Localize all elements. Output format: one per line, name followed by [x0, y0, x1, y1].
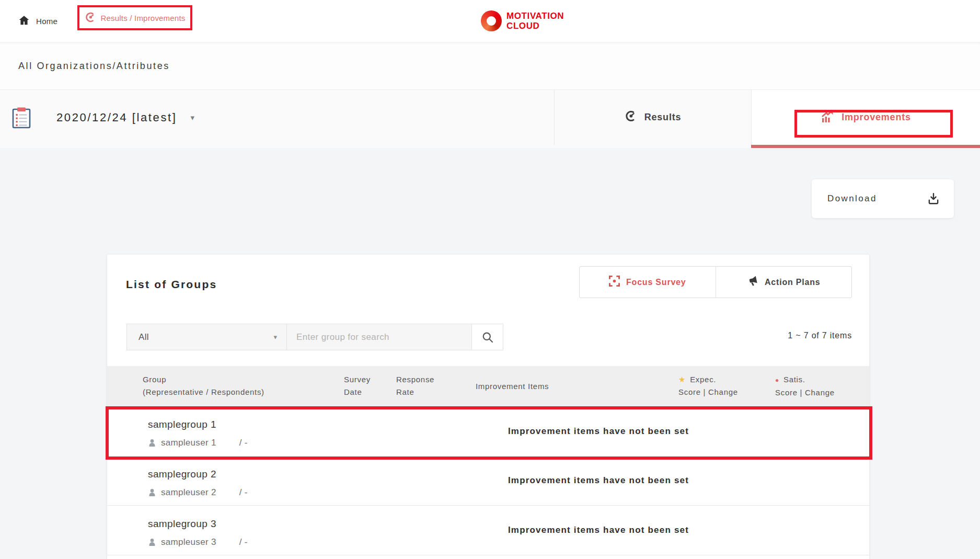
caret-down-icon: ▾ — [273, 333, 277, 341]
table-row-samplegroup-2[interactable]: samplegroup 2 sampleuser 2 / - Improveme… — [107, 456, 869, 506]
tab-results-label: Results — [644, 112, 682, 123]
focus-survey-label: Focus Survey — [626, 278, 686, 287]
items-count: 1 ~ 7 of 7 items — [788, 331, 852, 340]
satis-label: Satis. — [783, 375, 805, 384]
action-plans-label: Action Plans — [765, 278, 821, 287]
results-improvements-nav-button[interactable]: Results / Improvements — [77, 5, 192, 30]
top-navbar: Home Results / Improvements MOTIVATION C… — [0, 0, 980, 42]
results-improvements-label: Results / Improvements — [101, 14, 186, 22]
home-nav-button[interactable]: Home — [18, 0, 57, 42]
table-row-samplegroup-1[interactable]: samplegroup 1 sampleuser 1 / - Improveme… — [107, 406, 869, 456]
page-root: Home Results / Improvements MOTIVATION C… — [0, 0, 980, 559]
respondents-value: / - — [239, 438, 248, 448]
download-button[interactable]: Download — [812, 179, 954, 218]
representative-name: sampleuser 2 — [161, 487, 216, 498]
col-header-improvement-items: Improvement Items — [476, 380, 549, 393]
trend-up-icon — [821, 109, 834, 126]
group-name: samplegroup 2 — [148, 469, 216, 480]
expec-label: Expec. — [690, 375, 716, 384]
representative-name: sampleuser 1 — [161, 438, 216, 448]
logo-line2: CLOUD — [506, 21, 564, 31]
tab-results[interactable]: Results — [554, 90, 751, 145]
panel-title: List of Groups — [126, 278, 217, 291]
logo-mark-icon — [481, 10, 502, 31]
group-subline: sampleuser 1 / - — [148, 438, 248, 448]
response-header-line1: Response — [396, 373, 434, 386]
col-header-survey-date: Survey Date — [344, 373, 371, 398]
survey-tab-bar: 2020/12/24 [latest] ▾ Results — [0, 90, 980, 148]
logo-line1: MOTIVATION — [506, 11, 564, 21]
main-content: Download List of Groups Focus Survey — [0, 148, 980, 559]
col-header-group: Group (Representative / Respondents) — [143, 373, 264, 398]
survey-clipboard-icon — [11, 107, 31, 131]
group-rows: samplegroup 1 sampleuser 1 / - Improveme… — [107, 406, 869, 559]
improvement-items-message: Improvement items have not been set — [400, 506, 797, 555]
action-plans-button[interactable]: Action Plans — [716, 267, 852, 298]
gauge-icon — [85, 12, 96, 25]
improvement-items-message: Improvement items have not been set — [400, 456, 797, 505]
focus-survey-button[interactable]: Focus Survey — [580, 267, 716, 298]
star-icon: ★ — [678, 375, 686, 384]
col-header-response-rate: Response Rate — [396, 373, 434, 398]
download-icon — [927, 192, 940, 206]
representative-name: sampleuser 3 — [161, 537, 216, 547]
survey-header-line1: Survey — [344, 373, 371, 386]
group-name: samplegroup 3 — [148, 518, 216, 530]
motivation-cloud-logo[interactable]: MOTIVATION CLOUD — [481, 0, 564, 42]
group-header-line2: (Representative / Respondents) — [143, 386, 264, 398]
response-header-line2: Rate — [396, 386, 434, 398]
tab-improvements-label: Improvements — [841, 112, 911, 123]
focus-icon — [609, 276, 620, 289]
group-name: samplegroup 1 — [148, 419, 216, 430]
survey-date-value: 2020/12/24 [latest] — [56, 111, 177, 124]
breadcrumb: All Organizations/Attributes — [18, 61, 170, 72]
col-header-satis: ●Satis. Score | Change — [775, 373, 835, 399]
col-header-expec: ★Expec. Score | Change — [678, 373, 738, 398]
table-row-partial[interactable] — [107, 555, 869, 559]
respondents-value: / - — [239, 537, 248, 547]
home-icon — [18, 15, 30, 28]
group-filter-dropdown[interactable]: All ▾ — [126, 324, 287, 350]
group-search-box — [286, 324, 472, 350]
table-row-samplegroup-3[interactable]: samplegroup 3 sampleuser 3 / - Improveme… — [107, 506, 869, 555]
group-header-line1: Group — [143, 373, 264, 386]
breadcrumb-bar: All Organizations/Attributes — [0, 42, 980, 90]
respondents-value: / - — [239, 487, 248, 498]
home-label: Home — [36, 17, 57, 26]
group-subline: sampleuser 3 / - — [148, 537, 248, 547]
megaphone-icon — [747, 276, 758, 289]
search-button[interactable] — [471, 324, 503, 350]
dot-icon: ● — [775, 377, 779, 384]
search-icon — [481, 331, 494, 344]
survey-header-line2: Date — [344, 386, 371, 398]
group-filter-value: All — [139, 332, 273, 343]
download-label: Download — [827, 193, 927, 204]
improvement-items-message: Improvement items have not been set — [400, 406, 797, 456]
gauge-icon — [625, 110, 637, 125]
person-icon — [148, 488, 156, 497]
satis-sub-label: Score | Change — [775, 386, 835, 399]
panel-action-buttons: Focus Survey Action Plans — [579, 266, 852, 298]
caret-down-icon: ▾ — [190, 113, 194, 122]
list-of-groups-panel: List of Groups Focus Survey — [107, 255, 869, 559]
table-header: Group (Representative / Respondents) Sur… — [107, 366, 869, 406]
expec-sub-label: Score | Change — [678, 386, 738, 398]
survey-date-selector[interactable]: 2020/12/24 [latest] ▾ — [56, 90, 194, 145]
person-icon — [148, 439, 156, 447]
tab-improvements[interactable]: Improvements — [751, 90, 980, 145]
group-subline: sampleuser 2 / - — [148, 487, 248, 498]
logo-text: MOTIVATION CLOUD — [506, 11, 564, 31]
person-icon — [148, 538, 156, 546]
group-search-input[interactable] — [287, 324, 471, 350]
